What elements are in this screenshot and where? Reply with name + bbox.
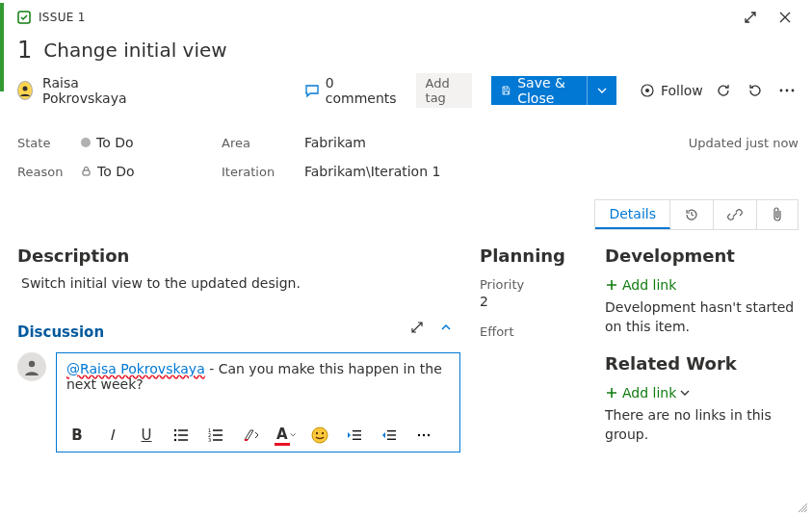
column-planning: Planning Priority 2 Effort [480,236,586,452]
lock-icon [81,164,92,179]
svg-rect-26 [353,439,361,440]
save-button[interactable]: Save & Close [491,76,616,105]
iteration-value[interactable]: Fabrikam\Iteration 1 [304,164,516,179]
refresh-icon[interactable] [713,76,735,105]
tab-links[interactable] [714,200,757,229]
svg-rect-27 [387,430,396,431]
description-heading: Description [17,246,460,266]
outdent-button[interactable] [344,425,365,446]
tab-attachments[interactable] [757,200,798,229]
svg-text:3: 3 [208,437,211,442]
svg-point-6 [792,90,795,92]
resize-grip-icon[interactable] [797,502,808,513]
svg-point-22 [316,432,318,434]
tab-details[interactable]: Details [595,200,670,229]
svg-rect-10 [178,429,188,430]
svg-rect-14 [178,439,188,440]
svg-rect-20 [213,439,223,440]
more-actions-icon[interactable] [776,76,799,105]
underline-button[interactable]: U [136,425,157,446]
svg-point-21 [312,427,327,443]
area-label: Area [222,136,299,150]
column-main: Description Switch initial view to the u… [17,236,460,452]
related-empty: There are no links in this group. [605,406,799,444]
work-item-title[interactable]: Change initial view [43,39,226,62]
work-item-type-label: ISSUE 1 [39,11,86,24]
work-item-id: 1 [17,37,32,64]
comment-icon [304,83,320,98]
clear-format-button[interactable] [240,425,261,446]
comment-text[interactable]: @Raisa Pokrovskaya - Can you make this h… [57,353,459,419]
svg-point-31 [423,434,425,436]
svg-rect-16 [213,429,223,430]
development-heading: Development [605,246,799,266]
title-row: 1 Change initial view [0,33,812,69]
save-dropdown[interactable] [587,76,616,105]
svg-point-9 [174,429,176,431]
toolbar-more-icon[interactable] [413,425,434,446]
comment-editor[interactable]: @Raisa Pokrovskaya - Can you make this h… [56,352,460,452]
indent-button[interactable] [379,425,400,446]
svg-point-30 [418,434,420,436]
svg-rect-28 [387,434,396,435]
follow-label: Follow [661,83,703,98]
related-add-link[interactable]: Add link [605,385,690,401]
svg-rect-24 [353,430,361,431]
italic-button[interactable]: I [101,425,122,446]
close-icon[interactable] [772,4,799,31]
description-text[interactable]: Switch initial view to the updated desig… [21,275,460,291]
mention[interactable]: @Raisa Pokrovskaya [66,361,205,376]
discussion-collapse-icon[interactable] [432,313,460,342]
expand-icon[interactable] [737,4,764,31]
bold-button[interactable]: B [66,425,88,446]
priority-value[interactable]: 2 [480,294,586,319]
svg-point-11 [174,434,176,436]
iteration-label: Iteration [222,165,299,179]
emoji-button[interactable] [309,425,330,446]
reason-label: Reason [17,165,75,179]
svg-point-3 [645,89,649,92]
svg-rect-25 [353,434,361,435]
state-dot-icon [81,138,91,147]
svg-point-1 [23,87,28,91]
state-value[interactable]: To Do [81,135,216,150]
comment-count[interactable]: 0 comments [304,75,397,106]
effort-label: Effort [480,319,586,341]
revert-icon[interactable] [745,76,767,105]
body-columns: Description Switch initial view to the u… [0,230,812,452]
discussion-expand-icon[interactable] [403,313,432,342]
follow-button[interactable]: Follow [640,83,703,98]
svg-point-4 [780,90,783,92]
planning-heading: Planning [480,246,586,266]
chevron-down-icon [680,388,690,398]
comment-count-text: 0 comments [326,75,397,106]
tab-history[interactable] [670,200,714,229]
svg-point-8 [29,361,35,367]
header-top: ISSUE 1 [0,0,812,33]
related-heading: Related Work [605,353,799,374]
svg-rect-18 [213,434,223,435]
reason-value[interactable]: To Do [81,164,216,179]
avatar[interactable] [17,81,33,100]
bullet-list-button[interactable] [170,425,192,446]
tabs-container: Details [0,190,812,230]
svg-point-23 [322,432,324,434]
svg-point-32 [428,434,430,436]
svg-point-5 [786,90,789,92]
area-value[interactable]: Fabrikam [304,135,516,150]
number-list-button[interactable]: 123 [205,425,226,446]
svg-rect-12 [178,434,188,435]
add-tag-button[interactable]: Add tag [416,73,473,108]
column-development: Development Add link Development hasn't … [605,236,799,452]
font-color-button[interactable]: A [275,425,296,446]
state-label: State [17,136,75,150]
updated-label: Updated just now [522,136,799,150]
assignee-name[interactable]: Raisa Pokrovskaya [42,75,139,106]
fields-grid: State To Do Area Fabrikam Updated just n… [0,114,812,190]
svg-rect-29 [387,439,396,440]
development-empty: Development hasn't started on this item. [605,298,799,336]
meta-row: Raisa Pokrovskaya 0 comments Add tag Sav… [0,69,812,114]
discussion-heading: Discussion [17,323,104,341]
save-button-label: Save & Close [517,75,577,106]
development-add-link[interactable]: Add link [605,277,676,293]
